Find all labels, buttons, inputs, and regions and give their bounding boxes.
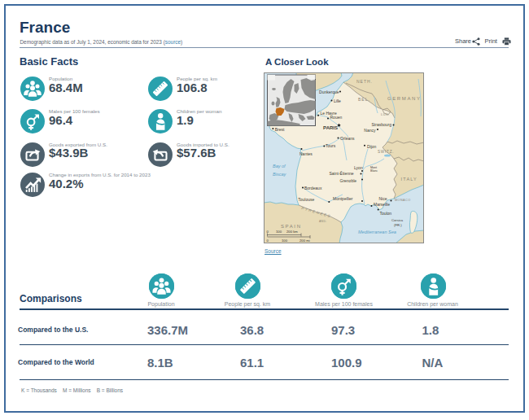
svg-text:Bordeaux: Bordeaux — [304, 186, 322, 190]
svg-text:AND.: AND. — [319, 220, 326, 223]
svg-text:Mediterranean Sea: Mediterranean Sea — [358, 230, 396, 234]
svg-text:NETH.: NETH. — [356, 79, 373, 84]
svg-text:MONACO: MONACO — [395, 199, 411, 202]
svg-text:Toulon: Toulon — [379, 211, 391, 216]
svg-text:Nantes: Nantes — [299, 151, 313, 156]
svg-text:Blanc: Blanc — [370, 169, 378, 173]
svg-text:Corsica: Corsica — [391, 218, 404, 222]
svg-text:SPAIN: SPAIN — [281, 224, 302, 229]
svg-text:100: 100 — [282, 238, 288, 243]
svg-text:Bay of: Bay of — [273, 164, 286, 168]
svg-text:Strasbourg: Strasbourg — [372, 122, 392, 127]
svg-text:BEL.: BEL. — [358, 97, 370, 102]
svg-text:GERMANY: GERMANY — [387, 96, 422, 101]
svg-text:Brest: Brest — [275, 127, 285, 132]
svg-text:SWITZ.: SWITZ. — [378, 150, 394, 154]
svg-text:200 mi: 200 mi — [299, 238, 310, 243]
svg-text:Toulouse: Toulouse — [298, 197, 314, 202]
svg-text:200 km: 200 km — [286, 230, 298, 234]
svg-text:Dijon: Dijon — [367, 144, 377, 149]
svg-text:Biscay: Biscay — [273, 172, 286, 177]
svg-text:100: 100 — [276, 230, 282, 234]
svg-text:Nice: Nice — [379, 196, 387, 201]
svg-text:Saint-Étienne: Saint-Étienne — [330, 171, 354, 176]
svg-text:LUX.: LUX. — [381, 112, 390, 116]
svg-text:ITALY: ITALY — [401, 177, 418, 182]
svg-text:Orléans: Orléans — [340, 136, 355, 141]
svg-text:PARIS: PARIS — [323, 125, 338, 130]
svg-text:Lyon: Lyon — [354, 165, 363, 170]
svg-text:Nancy: Nancy — [364, 128, 376, 133]
svg-text:(FR.): (FR.) — [394, 223, 402, 227]
svg-text:Grenoble: Grenoble — [340, 178, 357, 183]
svg-text:Rouen: Rouen — [330, 115, 343, 120]
svg-text:Marseille: Marseille — [374, 202, 390, 207]
svg-text:Lille: Lille — [334, 98, 341, 103]
svg-text:Tours: Tours — [326, 143, 336, 148]
svg-text:Dunkerque: Dunkerque — [319, 90, 339, 94]
svg-text:Montpellier: Montpellier — [333, 196, 353, 201]
